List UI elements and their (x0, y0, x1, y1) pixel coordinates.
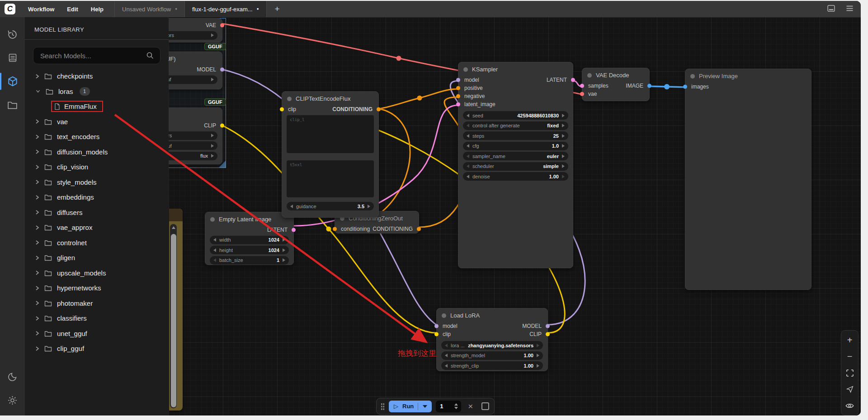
node-load-lora[interactable]: Load LoRA model MODEL clip CLIP lora ...… (436, 308, 548, 371)
workflow-history-button[interactable] (0, 23, 25, 46)
port-positive-input[interactable] (456, 86, 460, 90)
node-ksampler[interactable]: KSampler model LATENT positive negative (458, 62, 573, 268)
tab-flux-workflow[interactable]: flux-1-dev-gguf-exam...● (185, 1, 266, 17)
widget-guidance[interactable]: guidance 3.5 (287, 202, 374, 210)
widget-control-after-generate[interactable]: control after generate fixed (463, 121, 568, 130)
run-options-chevron-icon[interactable] (423, 405, 427, 408)
batch-count-stepper[interactable] (454, 403, 458, 409)
workflows-folder-button[interactable] (0, 93, 25, 117)
widget-unet-name[interactable]: ev-Q4_1.gguf (169, 75, 217, 84)
sidebar-item-upscale-models[interactable]: upscale_models (25, 266, 169, 281)
port-conditioning-input[interactable] (333, 227, 337, 231)
port-samples-input[interactable] (580, 84, 584, 88)
sidebar-item-unet-gguf[interactable]: unet_gguf (25, 326, 169, 341)
port-latent-output[interactable] (292, 228, 296, 232)
sidebar-item-gligen[interactable]: gligen (25, 250, 169, 266)
sidebar-item-checkpoints[interactable]: checkpoints (25, 69, 169, 84)
port-clip-input[interactable] (434, 332, 439, 336)
widget-lora-name[interactable]: lora ... zhangyuanying.safetensors (441, 341, 543, 350)
node-unet-loader-gguf[interactable]: UF) MODEL ev-Q4_1.gguf (169, 51, 222, 89)
widget-clip-type[interactable]: flux (169, 152, 217, 160)
sidebar-item-diffusers[interactable]: diffusers (25, 205, 169, 220)
port-conditioning-output[interactable] (417, 227, 421, 231)
port-clip-output[interactable] (220, 124, 224, 128)
zoom-in-button[interactable]: + (843, 334, 857, 346)
batch-count-input[interactable] (439, 402, 451, 410)
sidebar-item-diffusion-models[interactable]: diffusion_models (25, 145, 169, 160)
scroll-up-icon[interactable] (172, 226, 175, 229)
port-vae-input[interactable] (580, 92, 584, 96)
settings-button[interactable] (0, 388, 25, 412)
sidebar-item-hypernetworks[interactable]: hypernetworks (25, 280, 169, 296)
sidebar-item-controlnet[interactable]: controlnet (25, 235, 169, 251)
locate-button[interactable] (843, 383, 857, 395)
sidebar-item-loras[interactable]: loras 1 (25, 84, 169, 99)
port-model-input[interactable] (456, 78, 460, 82)
menu-help[interactable]: Help (85, 6, 110, 13)
widget-seed[interactable]: seed 425948886010830 (463, 111, 568, 120)
new-workflow-tab-button[interactable]: + (267, 4, 288, 14)
port-latent-output[interactable] (571, 78, 575, 82)
widget-clip-name-1[interactable]: _l.safetensors (169, 131, 217, 140)
sidebar-item-vae-approx[interactable]: vae_approx (25, 220, 169, 235)
model-search-input[interactable] (39, 51, 146, 60)
widget-cfg[interactable]: cfg 1.0 (463, 142, 568, 150)
stop-icon[interactable] (481, 402, 489, 410)
widget-clip-name-2[interactable]: Q5_K_M.gguf (169, 141, 217, 150)
node-clip-text-encode-flux[interactable]: CLIPTextEncodeFlux clip CONDITIONING gui… (282, 91, 379, 218)
port-clip-input[interactable] (280, 107, 284, 112)
sidebar-item-clip-gguf[interactable]: clip_gguf (25, 341, 169, 356)
widget-strength-clip[interactable]: strength_clip 1.00 (441, 361, 543, 370)
widget-sampler-name[interactable]: sampler_name euler (463, 152, 568, 160)
tab-unsaved-workflow[interactable]: Unsaved Workflow● (115, 1, 184, 17)
sidebar-item-classifiers[interactable]: classifiers (25, 311, 169, 326)
port-model-input[interactable] (434, 324, 439, 328)
sidebar-item-clip-vision[interactable]: clip_vision (25, 159, 169, 175)
scrollbar-thumb[interactable] (171, 234, 176, 407)
widget-steps[interactable]: steps 25 (463, 131, 568, 140)
port-images-input[interactable] (683, 85, 687, 89)
sidebar-item-embeddings[interactable]: embeddings (25, 190, 169, 205)
model-library-button[interactable] (0, 70, 25, 93)
node-preview-image[interactable]: Preview Image images (685, 69, 811, 290)
drag-handle-icon[interactable] (381, 402, 385, 410)
zoom-out-button[interactable]: − (843, 350, 857, 362)
sidebar-item-emmaflux[interactable]: EmmaFlux (25, 99, 169, 114)
sidebar-item-vae[interactable]: vae (25, 114, 169, 130)
port-negative-input[interactable] (456, 94, 460, 98)
widget-denoise[interactable]: denoise 1.00 (463, 172, 568, 181)
run-button[interactable]: ▷ Run (389, 401, 432, 412)
node-note-partial[interactable] (169, 209, 183, 411)
widget-scheduler[interactable]: scheduler simple (463, 162, 568, 171)
widget-strength-model[interactable]: strength_model 1.00 (441, 351, 543, 360)
node-vae-decode[interactable]: VAE Decode samples IMAGE vae (582, 68, 650, 101)
comfyui-logo[interactable]: C (5, 4, 15, 14)
clip-l-prompt-textarea[interactable] (287, 115, 374, 153)
t5xxl-prompt-textarea[interactable] (287, 160, 374, 197)
batch-count-box[interactable] (436, 401, 461, 412)
menu-workflow[interactable]: Workflow (22, 6, 61, 13)
sidebar-item-photomaker[interactable]: photomaker (25, 296, 169, 311)
port-vae-output[interactable] (220, 23, 224, 28)
node-library-button[interactable] (0, 46, 25, 70)
port-conditioning-output[interactable] (377, 107, 381, 112)
model-search-box[interactable] (33, 47, 160, 64)
port-model-output[interactable] (546, 324, 550, 328)
hamburger-menu-icon[interactable] (845, 4, 854, 15)
sidebar-item-style-models[interactable]: style_models (25, 175, 169, 190)
bottom-panel-toggle-icon[interactable] (826, 4, 836, 15)
theme-toggle-button[interactable] (0, 365, 25, 388)
cancel-run-icon[interactable]: × (465, 402, 476, 411)
menu-edit[interactable]: Edit (61, 6, 85, 13)
node-empty-latent-image[interactable]: Empty Latent Image LATENT width 1024 hei… (205, 212, 294, 265)
widget-batch-size[interactable]: batch_size 1 (210, 256, 289, 265)
port-image-output[interactable] (647, 84, 651, 88)
node-vae-loader[interactable]: VAE .safetensors (169, 18, 222, 42)
note-scrollbar[interactable] (170, 224, 177, 408)
toggle-visibility-button[interactable] (843, 400, 857, 411)
widget-vae-name[interactable]: .safetensors (169, 31, 217, 40)
widget-width[interactable]: width 1024 (210, 236, 289, 244)
fit-view-button[interactable] (843, 367, 857, 379)
port-model-output[interactable] (220, 68, 224, 72)
port-latent-image-input[interactable] (456, 103, 460, 107)
